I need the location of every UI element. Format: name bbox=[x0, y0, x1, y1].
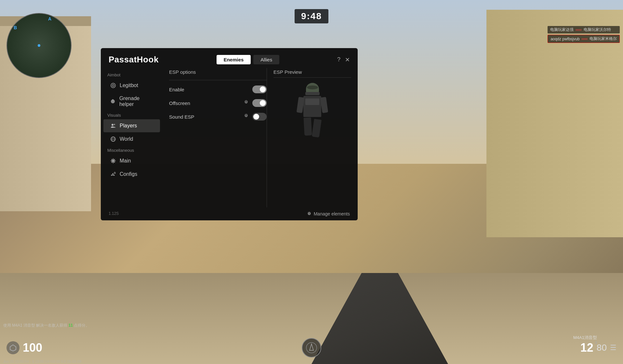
svg-point-7 bbox=[112, 124, 113, 126]
tab-enemies[interactable]: Enemies bbox=[217, 55, 251, 64]
manage-elements-area[interactable]: Manage elements bbox=[101, 207, 358, 220]
svg-point-8 bbox=[114, 124, 115, 125]
soldier-leg-left bbox=[304, 117, 312, 136]
esp-offscreen-label: Offscreen bbox=[169, 100, 240, 106]
world-label: World bbox=[120, 136, 133, 142]
esp-preview-col: ESP Preview bbox=[267, 68, 351, 207]
minimap-player-dot bbox=[38, 44, 40, 47]
points-value: 11 bbox=[69, 323, 73, 328]
sidebar-item-grenade-helper[interactable]: Grenade helper bbox=[103, 92, 160, 110]
main-label: Main bbox=[120, 158, 131, 164]
grenade-helper-label: Grenade helper bbox=[119, 96, 153, 107]
menu-content: ESP options Enable Offscreen bbox=[163, 68, 358, 207]
cheat-menu: PassatHook Enemies Allies ? ✕ Aimbot Leg… bbox=[101, 48, 358, 220]
players-icon bbox=[110, 123, 116, 129]
armor-icon bbox=[9, 344, 17, 351]
svg-point-4 bbox=[112, 84, 114, 86]
sidebar-section-misc: Miscellaneous bbox=[101, 146, 163, 154]
svg-point-3 bbox=[111, 83, 115, 88]
soldier-arm-left bbox=[297, 97, 305, 113]
hud-top: 9:48 bbox=[0, 0, 623, 46]
bottom-left-message: 使用 M4A1 消音型 解决一名敌人获得 11 点得分。 bbox=[3, 323, 89, 328]
preview-divider bbox=[273, 77, 351, 78]
minimap-label-a: A bbox=[48, 16, 51, 21]
score-area: 12 80 ☰ bbox=[580, 341, 616, 355]
soldier-arm-right bbox=[320, 97, 328, 113]
players-label: Players bbox=[120, 123, 137, 129]
ammo-icon: ☰ bbox=[610, 344, 616, 352]
legitbot-icon bbox=[110, 82, 116, 89]
killfeed: 电脑玩家达强 ══ 电脑玩家沃尔特 aoqdz pwfbsjvub ══ 电脑玩… bbox=[548, 26, 620, 43]
center-emblem bbox=[302, 338, 321, 358]
soldier-leg-right bbox=[312, 119, 322, 138]
svg-marker-2 bbox=[310, 344, 313, 350]
ammo-value: 80 bbox=[597, 343, 607, 353]
esp-enable-label: Enable bbox=[169, 87, 249, 92]
soldier-figure bbox=[303, 83, 321, 136]
content-columns: ESP options Enable Offscreen bbox=[169, 68, 351, 207]
configs-icon bbox=[110, 171, 116, 177]
esp-preview-title: ESP Preview bbox=[273, 68, 351, 75]
esp-offscreen-knob bbox=[260, 100, 266, 106]
esp-enable-knob bbox=[260, 86, 266, 92]
help-button[interactable]: ? bbox=[337, 56, 340, 63]
menu-tabs: Enemies Allies bbox=[217, 55, 280, 64]
preview-character bbox=[273, 83, 351, 136]
sidebar-item-world[interactable]: World bbox=[103, 133, 160, 146]
legitbot-label: Legitbot bbox=[120, 83, 138, 88]
health-value: 100 bbox=[23, 341, 42, 355]
esp-options-col: ESP options Enable Offscreen bbox=[169, 68, 267, 207]
main-icon bbox=[110, 158, 116, 164]
configs-label: Configs bbox=[120, 171, 137, 177]
menu-sidebar: Aimbot Legitbot Grenade helper bbox=[101, 68, 163, 207]
sidebar-item-main[interactable]: Main bbox=[103, 154, 160, 167]
soldier-head bbox=[306, 83, 319, 95]
killfeed-item-1: 电脑玩家达强 ══ 电脑玩家沃尔特 bbox=[548, 26, 620, 33]
menu-controls: ? ✕ bbox=[337, 56, 350, 63]
timestamp: Jun 20 16:00:54 - § 19:00:14=00:00 0:0 0… bbox=[3, 359, 81, 363]
health-area: 100 bbox=[7, 341, 42, 355]
game-timer: 9:48 bbox=[295, 9, 328, 23]
killfeed-item-2: aoqdz pwfbsjvub ══ 电脑玩家米格尔 bbox=[548, 35, 620, 43]
svg-point-12 bbox=[112, 160, 114, 162]
minimap: A B bbox=[7, 13, 72, 78]
esp-sound-gear[interactable] bbox=[243, 113, 249, 121]
svg-point-17 bbox=[308, 213, 310, 215]
player-kill-message: 使用 M4A1 消音型 解决一名敌人获得 11 点得分。 bbox=[3, 323, 89, 328]
esp-row-enable: Enable bbox=[169, 85, 267, 93]
esp-options-title: ESP options bbox=[169, 68, 267, 75]
esp-row-offscreen: Offscreen bbox=[169, 99, 267, 107]
soldier-body bbox=[303, 96, 321, 117]
soldier-legs bbox=[304, 118, 321, 136]
svg-point-13 bbox=[114, 172, 115, 174]
tab-allies[interactable]: Allies bbox=[253, 55, 279, 64]
sidebar-section-aimbot: Aimbot bbox=[101, 71, 163, 79]
manage-elements-gear-icon bbox=[307, 211, 312, 216]
sidebar-item-legitbot[interactable]: Legitbot bbox=[103, 79, 160, 92]
svg-rect-6 bbox=[113, 99, 113, 100]
grenade-icon bbox=[110, 98, 116, 105]
esp-sound-label: Sound ESP bbox=[169, 114, 240, 120]
menu-title: PassatHook bbox=[109, 55, 159, 65]
menu-body: Aimbot Legitbot Grenade helper bbox=[101, 68, 358, 207]
esp-options-divider bbox=[169, 80, 267, 80]
esp-row-sound: Sound ESP bbox=[169, 113, 267, 121]
sidebar-item-configs[interactable]: Configs bbox=[103, 168, 160, 181]
health-icon bbox=[7, 341, 20, 354]
close-button[interactable]: ✕ bbox=[345, 56, 350, 63]
score-value: 12 bbox=[580, 341, 593, 355]
sidebar-section-visuals: Visuals bbox=[101, 111, 163, 119]
esp-sound-toggle[interactable] bbox=[252, 113, 267, 121]
esp-offscreen-toggle[interactable] bbox=[252, 99, 267, 107]
svg-marker-0 bbox=[10, 345, 16, 351]
hud-bottom: 100 12 80 ☰ bbox=[0, 332, 623, 364]
version-label: 1.12S bbox=[109, 211, 119, 216]
manage-elements-label: Manage elements bbox=[314, 211, 350, 216]
world-icon bbox=[110, 136, 116, 142]
minimap-label-b: B bbox=[14, 25, 17, 30]
esp-enable-toggle[interactable] bbox=[252, 85, 267, 93]
menu-header: PassatHook Enemies Allies ? ✕ bbox=[101, 48, 358, 68]
esp-offscreen-gear[interactable] bbox=[243, 99, 249, 107]
esp-sound-knob bbox=[253, 114, 259, 120]
sidebar-item-players[interactable]: Players bbox=[103, 119, 160, 132]
